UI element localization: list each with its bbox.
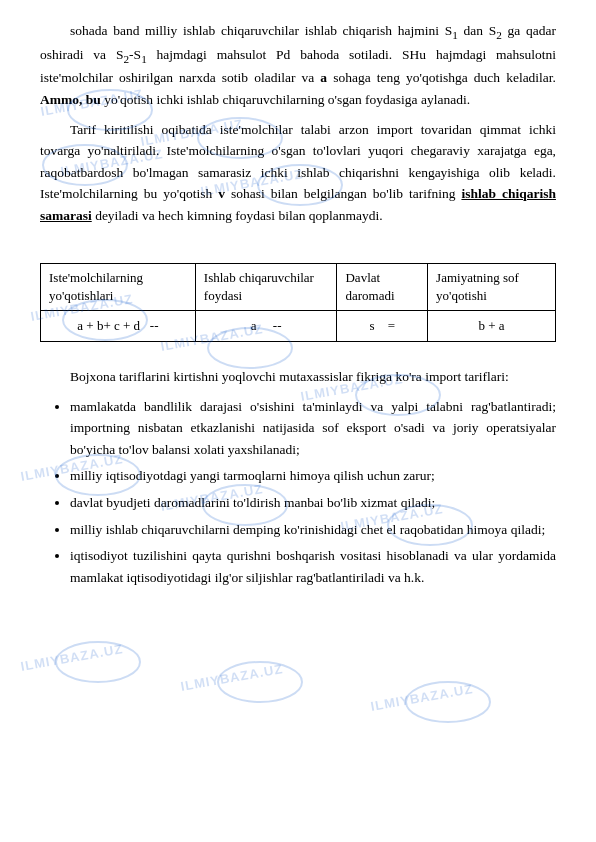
spacer-1 (40, 235, 556, 245)
bullet-item-4: milliy ishlab chiqaruvchilarni demping k… (70, 519, 556, 541)
cell-3: s = (337, 310, 428, 341)
watermark-12: ILMIYBAZA.UZ (179, 661, 284, 694)
col-header-1: Iste'molchilarning yo'qotishlari (41, 263, 196, 310)
table-container: Iste'molchilarning yo'qotishlari Ishlab … (40, 263, 556, 343)
svg-point-11 (218, 662, 302, 702)
col-header-2: Ishlab chiqaruvchilar foydasi (195, 263, 337, 310)
cell-1: a + b+ c + d -- (41, 310, 196, 341)
paragraph-1: sohada band milliy ishlab chiqaruvchilar… (40, 20, 556, 111)
col-header-4: Jamiyatning sof yo'qotishi (428, 263, 556, 310)
spacer-2 (40, 245, 556, 249)
watermark-13: ILMIYBAZA.UZ (369, 681, 474, 714)
bullet-item-3: davlat byudjeti daromadlarini to'ldirish… (70, 492, 556, 514)
svg-point-12 (406, 682, 490, 722)
svg-point-10 (56, 642, 140, 682)
watermark-11: ILMIYBAZA.UZ (19, 641, 124, 674)
economics-table: Iste'molchilarning yo'qotishlari Ishlab … (40, 263, 556, 343)
after-table-paragraph: Bojxona tariflarini kirtishni yoqlovchi … (40, 366, 556, 388)
table-header-row: Iste'molchilarning yo'qotishlari Ishlab … (41, 263, 556, 310)
bullet-item-5: iqtisodiyot tuzilishini qayta qurishni b… (70, 545, 556, 588)
col-header-3: Davlat daromadi (337, 263, 428, 310)
table-data-row: a + b+ c + d -- a -- s = b + a (41, 310, 556, 341)
bullet-item-2: milliy iqtisodiyotdagi yangi tarmoqlarni… (70, 465, 556, 487)
bullet-list: mamlakatda bandlilik darajasi o'sishini … (70, 396, 556, 589)
cell-4: b + a (428, 310, 556, 341)
paragraph-2: Tarif kiritilishi oqibatida iste'molchil… (40, 119, 556, 227)
bullet-item-1: mamlakatda bandlilik darajasi o'sishini … (70, 396, 556, 461)
cell-2: a -- (195, 310, 337, 341)
spacer-3 (40, 356, 556, 366)
page: ILMIYBAZA.UZ ILMIYBAZA.UZ ILMIYBAZA.UZ I… (0, 0, 596, 842)
